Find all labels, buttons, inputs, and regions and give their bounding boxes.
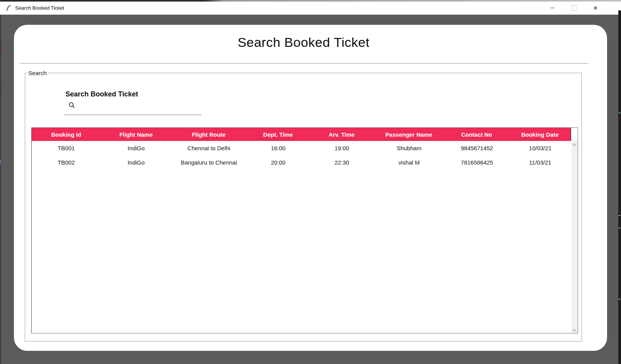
table-header-row: Booking IdFlight NameFlight RouteDept. T… [32,128,571,141]
background-editor-sliver [618,10,621,364]
table-row[interactable]: TB001IndiGoChennai to Delhi16:0019:00Shu… [32,141,571,155]
main-panel: Search Booked Ticket Search Search Booke… [14,25,607,351]
table-cell: Shubham [374,141,444,155]
table-cell: 11/03/21 [509,155,571,170]
background-artifact [0,86,1,90]
window-title: Search Booked Ticket [15,5,64,11]
search-entry [64,97,201,115]
heading-divider [20,63,588,64]
column-header[interactable]: Booking Date [509,128,571,141]
table-row[interactable]: TB002IndiGoBangaluru to Chennai20:0022:3… [32,155,571,170]
table-cell: TB002 [32,155,101,170]
titlebar: Search Booked Ticket ✕ [0,2,621,15]
table-cell: Bangaluru to Chennai [172,155,246,170]
background-artifact [619,227,620,228]
column-header[interactable]: Dept. Time [246,128,310,141]
table-cell: Chennai to Delhi [172,141,246,155]
close-button[interactable]: ✕ [585,2,606,15]
table-body: TB001IndiGoChennai to Delhi16:0019:00Shu… [32,141,571,170]
search-groupbox: Search Search Booked Ticket Booking IdFl… [25,73,582,342]
table-cell: 9845671452 [444,141,509,155]
table-cell: 10/03/21 [509,141,571,155]
background-artifact [0,160,1,165]
table-cell: 20:00 [246,155,310,170]
minimize-icon [550,8,554,8]
close-icon: ✕ [593,5,598,11]
background-artifact [619,215,620,216]
table-cell: IndiGo [101,141,172,155]
background-artifact [0,46,1,51]
background-artifact [619,299,620,300]
table-cell: 7816586425 [444,155,509,170]
table-cell: IndiGo [101,155,172,170]
tk-feather-icon [5,5,12,12]
column-header[interactable]: Flight Name [101,128,172,141]
chevron-up-icon [573,144,576,148]
minimize-button[interactable] [541,2,563,15]
table-cell: 19:00 [310,141,374,155]
background-artifact [619,112,620,113]
table-cell: TB001 [32,141,101,155]
bookings-table: Booking IdFlight NameFlight RouteDept. T… [31,127,578,333]
search-group-label: Search [27,70,48,76]
vertical-scrollbar[interactable] [571,141,578,333]
page-title: Search Booked Ticket [14,35,593,50]
chevron-down-icon [573,328,576,332]
column-header[interactable]: Booking Id [32,128,101,141]
maximize-icon [571,5,576,10]
column-header[interactable]: Contact No [444,128,509,141]
scroll-down-arrow[interactable] [573,328,576,331]
magnifier-icon [69,102,75,108]
column-header[interactable]: Passenger Name [373,128,444,141]
window-controls: ✕ [541,2,621,15]
background-window-edge-left [0,15,1,364]
maximize-button[interactable] [563,2,585,15]
column-header[interactable]: Arv. Time [310,128,373,141]
column-header[interactable]: Flight Route [172,128,246,141]
scroll-up-arrow[interactable] [573,144,576,147]
table-cell: 16:00 [246,141,310,155]
search-input[interactable] [77,100,197,113]
table-cell: 22:30 [310,155,374,170]
table-cell: vishal M [374,155,444,170]
